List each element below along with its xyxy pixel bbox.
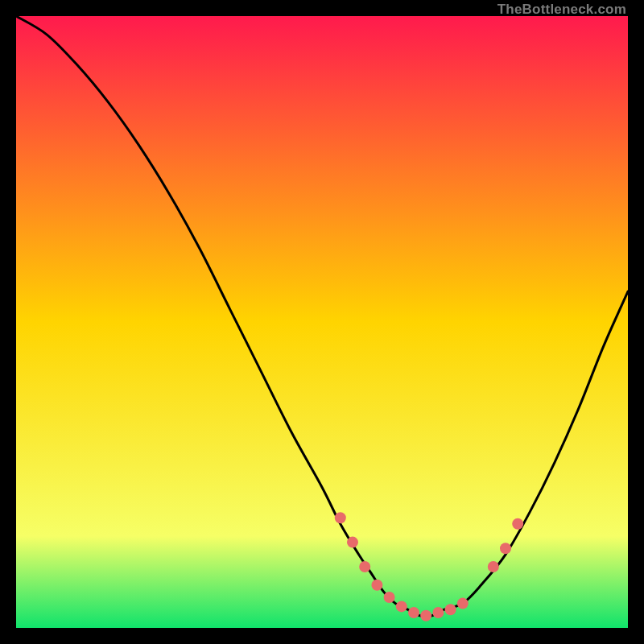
sample-dot bbox=[396, 601, 407, 612]
sample-dot bbox=[371, 580, 382, 591]
sample-dot bbox=[347, 537, 358, 548]
sample-dot bbox=[359, 561, 370, 572]
sample-dot bbox=[445, 604, 456, 615]
sample-dot bbox=[500, 543, 511, 554]
sample-dot bbox=[408, 607, 419, 618]
sample-dot bbox=[432, 607, 444, 618]
sample-dot bbox=[384, 592, 395, 603]
gradient-background bbox=[16, 16, 628, 628]
sample-dot bbox=[420, 610, 431, 621]
attribution-text: TheBottleneck.com bbox=[497, 2, 626, 18]
sample-dot bbox=[457, 598, 469, 609]
sample-dot bbox=[488, 561, 499, 572]
chart-svg bbox=[16, 16, 628, 628]
chart-frame bbox=[16, 16, 628, 628]
sample-dot bbox=[512, 518, 523, 530]
sample-dot bbox=[335, 512, 346, 523]
